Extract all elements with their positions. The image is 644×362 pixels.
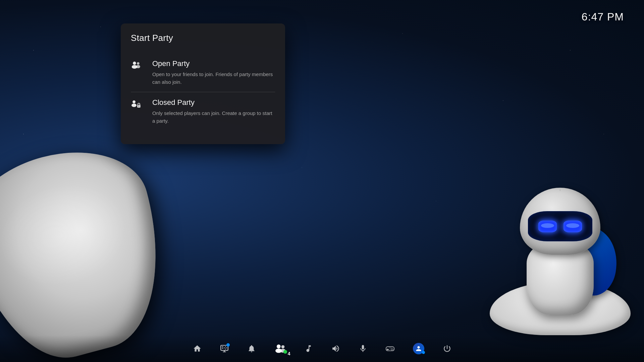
svg-point-2 bbox=[137, 62, 140, 65]
closed-party-content: Closed Party Only selected players can j… bbox=[152, 98, 275, 125]
avatar-icon bbox=[415, 345, 422, 352]
taskbar-game[interactable] bbox=[220, 344, 229, 353]
music-icon bbox=[304, 344, 313, 353]
svg-point-23 bbox=[392, 349, 393, 350]
open-party-title: Open Party bbox=[152, 59, 275, 68]
volume-icon bbox=[331, 344, 340, 353]
closed-party-icon bbox=[131, 99, 146, 111]
svg-point-15 bbox=[276, 345, 280, 349]
svg-rect-19 bbox=[386, 347, 394, 351]
taskbar-friends[interactable]: 4 bbox=[274, 344, 286, 354]
taskbar-account[interactable] bbox=[413, 343, 424, 354]
svg-point-4 bbox=[132, 100, 136, 103]
open-party-option[interactable]: Open Party Open to your friends to join.… bbox=[131, 53, 275, 92]
taskbar: 4 bbox=[0, 335, 644, 362]
game-notification-dot bbox=[226, 343, 230, 347]
svg-point-0 bbox=[133, 62, 136, 65]
svg-point-24 bbox=[390, 349, 391, 350]
svg-point-17 bbox=[281, 345, 284, 349]
closed-party-desc: Only selected players can join. Create a… bbox=[152, 110, 275, 125]
open-party-icon bbox=[131, 60, 146, 72]
svg-point-13 bbox=[224, 348, 225, 349]
taskbar-power[interactable] bbox=[443, 344, 451, 353]
account-notification-dot bbox=[422, 351, 425, 354]
svg-point-12 bbox=[226, 348, 227, 349]
closed-party-option[interactable]: Closed Party Only selected players can j… bbox=[131, 92, 275, 131]
svg-point-25 bbox=[391, 350, 392, 350]
controller-decoration bbox=[0, 144, 158, 345]
modal-title: Start Party bbox=[131, 33, 275, 43]
svg-point-14 bbox=[225, 349, 226, 350]
taskbar-notifications[interactable] bbox=[247, 344, 256, 353]
mic-icon bbox=[359, 344, 367, 353]
svg-point-22 bbox=[391, 348, 392, 349]
svg-point-3 bbox=[136, 65, 140, 68]
friends-online-dot bbox=[283, 350, 287, 354]
svg-point-7 bbox=[139, 106, 140, 107]
start-party-modal: Start Party Open Party Open to your frie… bbox=[121, 23, 285, 144]
svg-point-11 bbox=[225, 346, 226, 347]
svg-rect-21 bbox=[387, 349, 388, 350]
home-icon bbox=[193, 344, 202, 353]
svg-point-5 bbox=[131, 104, 137, 107]
open-party-content: Open Party Open to your friends to join.… bbox=[152, 59, 275, 86]
svg-rect-10 bbox=[222, 348, 223, 349]
controller-icon bbox=[386, 344, 394, 353]
svg-rect-26 bbox=[389, 348, 391, 348]
power-icon bbox=[443, 344, 451, 353]
taskbar-home[interactable] bbox=[193, 344, 202, 353]
open-party-desc: Open to your friends to join. Friends of… bbox=[152, 71, 275, 86]
taskbar-volume[interactable] bbox=[331, 344, 340, 353]
svg-rect-9 bbox=[222, 347, 223, 347]
clock: 6:47 PM bbox=[582, 11, 624, 23]
bell-icon bbox=[247, 344, 256, 353]
astro-bot-decoration bbox=[426, 127, 627, 335]
friends-count: 4 bbox=[288, 351, 290, 356]
taskbar-controller[interactable] bbox=[386, 344, 394, 353]
taskbar-mic[interactable] bbox=[359, 344, 367, 353]
closed-party-title: Closed Party bbox=[152, 98, 275, 107]
taskbar-music[interactable] bbox=[304, 344, 313, 353]
